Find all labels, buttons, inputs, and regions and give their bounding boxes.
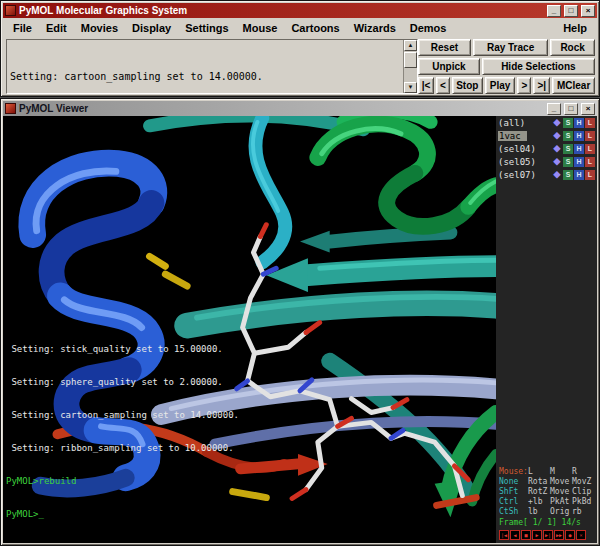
molecule-viewport[interactable]: Setting: stick_quality set to 15.00000. …	[3, 116, 496, 543]
vcr-start-button[interactable]: |◀	[499, 530, 509, 540]
menu-item-cartoons[interactable]: Cartoons	[284, 20, 346, 36]
hide-selections-button[interactable]: Hide Selections	[482, 58, 595, 75]
vcr-forward-button[interactable]: ▶▶	[554, 530, 564, 540]
menu-item-mouse[interactable]: Mouse	[236, 20, 285, 36]
minimize-button[interactable]: _	[547, 5, 561, 17]
menu-item-edit[interactable]: Edit	[39, 20, 74, 36]
show-menu-button[interactable]: S	[563, 170, 573, 180]
object-row-sel05[interactable]: (sel05) ◆ S H L	[496, 155, 597, 168]
viewer-console-prompt[interactable]: PyMOL>_	[6, 509, 239, 520]
object-name[interactable]: (sel07)	[498, 170, 536, 180]
menu-item-demos[interactable]: Demos	[403, 20, 454, 36]
label-menu-button[interactable]: L	[585, 157, 595, 167]
mouse-mode-cell: Clip	[572, 487, 594, 497]
mouse-modifier: None	[499, 477, 528, 487]
ray-trace-button[interactable]: Ray Trace	[473, 39, 548, 56]
movie-stop-button[interactable]: Stop	[452, 77, 483, 94]
mouse-mode-cell: Orig	[550, 507, 572, 517]
menu-item-wizards[interactable]: Wizards	[347, 20, 403, 36]
command-console[interactable]: Setting: cartoon_sampling set to 14.0000…	[6, 39, 418, 94]
vcr-record-button[interactable]: ●	[565, 530, 575, 540]
console-scrollbar[interactable]: ▲ ▼	[403, 40, 417, 93]
viewer-titlebar[interactable]: PyMOL Viewer _ □ ×	[3, 101, 597, 116]
mouse-mode-cell: MovZ	[572, 477, 594, 487]
scroll-up-icon[interactable]: ▲	[404, 40, 417, 51]
menu-item-movies[interactable]: Movies	[74, 20, 125, 36]
mouse-mode-cell: lb	[528, 507, 550, 517]
mouse-mode-row: ShFtRotZMoveClip	[499, 487, 594, 497]
label-menu-button[interactable]: L	[585, 170, 595, 180]
viewer-console-line: Setting: sphere_quality set to 2.00000.	[6, 377, 239, 388]
main-window: PyMOL Molecular Graphics System _ □ × Fi…	[0, 0, 600, 97]
movie-back-button[interactable]: <	[436, 77, 450, 94]
movie-play-button[interactable]: Play	[485, 77, 516, 94]
menu-item-display[interactable]: Display	[125, 20, 178, 36]
main-window-titlebar[interactable]: PyMOL Molecular Graphics System _ □ ×	[3, 3, 597, 18]
movie-rewind-button[interactable]: |<	[418, 77, 434, 94]
object-row-sel07[interactable]: (sel07) ◆ S H L	[496, 168, 597, 181]
object-row-1vac[interactable]: 1vac ◆ S H L	[496, 129, 597, 142]
label-menu-button[interactable]: L	[585, 118, 595, 128]
viewer-close-button[interactable]: ×	[581, 103, 595, 115]
vcr-play-button[interactable]: ▶	[532, 530, 542, 540]
viewer-console-line: Setting: stick_quality set to 15.00000.	[6, 344, 239, 355]
show-menu-button[interactable]: S	[563, 157, 573, 167]
viewer-maximize-button[interactable]: □	[564, 103, 578, 115]
close-button[interactable]: ×	[581, 5, 595, 17]
menu-item-help[interactable]: Help	[556, 20, 594, 36]
mouse-mode-cell: +lb	[528, 497, 550, 507]
action-menu-button[interactable]: ◆	[552, 144, 562, 154]
unpick-button[interactable]: Unpick	[418, 58, 480, 75]
mouse-mode-cell: Move	[550, 487, 572, 497]
vcr-back-button[interactable]: ◀	[510, 530, 520, 540]
object-name[interactable]: (sel05)	[498, 157, 536, 167]
scrollbar-thumb[interactable]	[404, 52, 417, 68]
show-menu-button[interactable]: S	[563, 131, 573, 141]
scroll-down-icon[interactable]: ▼	[404, 82, 417, 93]
vcr-clear-button[interactable]: ×	[576, 530, 586, 540]
show-menu-button[interactable]: S	[563, 118, 573, 128]
mouse-mode-cell: Move	[550, 477, 572, 487]
action-menu-button[interactable]: ◆	[552, 157, 562, 167]
show-menu-button[interactable]: S	[563, 144, 573, 154]
mouse-mode-row: CtShlbOrigrb	[499, 507, 594, 517]
mclear-button[interactable]: MClear	[552, 77, 595, 94]
action-menu-button[interactable]: ◆	[552, 170, 562, 180]
vcr-stop-button[interactable]: ■	[521, 530, 531, 540]
mouse-mode-cell: RotZ	[528, 487, 550, 497]
maximize-button[interactable]: □	[564, 5, 578, 17]
viewer-console: Setting: stick_quality set to 15.00000. …	[6, 322, 239, 542]
sidebar-spacer	[496, 181, 597, 465]
object-row-sel04[interactable]: (sel04) ◆ S H L	[496, 142, 597, 155]
object-panel: (all) ◆ S H L 1vac ◆ S H L (sel04)	[496, 116, 597, 543]
object-name[interactable]: (all)	[498, 118, 525, 128]
viewer-minimize-button[interactable]: _	[547, 103, 561, 115]
object-name[interactable]: (sel04)	[498, 144, 536, 154]
hide-menu-button[interactable]: H	[574, 157, 584, 167]
mouse-mode-cell: PkAt	[550, 497, 572, 507]
vcr-end-button[interactable]: ▶|	[543, 530, 553, 540]
mouse-col-middle: M	[550, 467, 572, 477]
reset-button[interactable]: Reset	[418, 39, 471, 56]
mouse-col-right: R	[572, 467, 594, 477]
vcr-controls: |◀ ◀ ■ ▶ ▶| ▶▶ ● ×	[496, 528, 597, 543]
menu-item-settings[interactable]: Settings	[178, 20, 235, 36]
movie-end-button[interactable]: >|	[533, 77, 550, 94]
rock-button[interactable]: Rock	[550, 39, 595, 56]
hide-menu-button[interactable]: H	[574, 144, 584, 154]
hide-menu-button[interactable]: H	[574, 170, 584, 180]
pymol-viewer-icon	[5, 103, 16, 114]
object-name[interactable]: 1vac	[498, 131, 527, 141]
label-menu-button[interactable]: L	[585, 144, 595, 154]
action-menu-button[interactable]: ◆	[552, 131, 562, 141]
label-menu-button[interactable]: L	[585, 131, 595, 141]
hide-menu-button[interactable]: H	[574, 131, 584, 141]
mouse-label: Mouse:	[499, 467, 528, 477]
console-output[interactable]: Setting: cartoon_sampling set to 14.0000…	[10, 42, 401, 92]
movie-forward-button[interactable]: >	[517, 77, 531, 94]
mouse-mode-cell: Rota	[528, 477, 550, 487]
object-row-all[interactable]: (all) ◆ S H L	[496, 116, 597, 129]
action-menu-button[interactable]: ◆	[552, 118, 562, 128]
menu-item-file[interactable]: File	[6, 20, 39, 36]
hide-menu-button[interactable]: H	[574, 118, 584, 128]
